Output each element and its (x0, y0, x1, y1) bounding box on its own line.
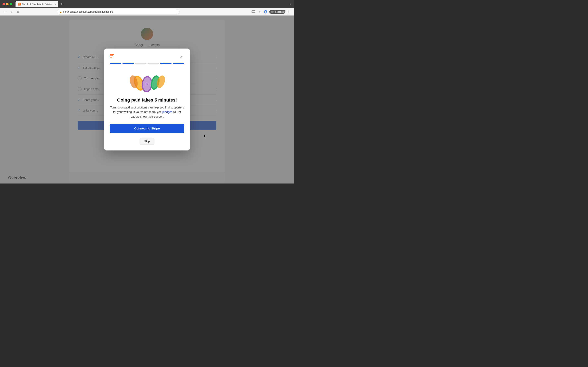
progress-dot (122, 63, 134, 64)
modal-header: × (110, 54, 184, 60)
address-bar: ‹ › ↻ 🔒 sarahjonas1.substack.com/publish… (0, 8, 294, 16)
incognito-badge: Incognito (269, 10, 285, 14)
coins-svg: F (127, 70, 167, 92)
skip-button[interactable]: Skip (140, 138, 154, 145)
modal-description: Turning on paid subscriptions can help y… (110, 105, 184, 119)
progress-dot (148, 63, 159, 64)
forward-button[interactable]: › (9, 9, 14, 14)
profile-icon[interactable] (263, 9, 268, 14)
coins-illustration: F (110, 69, 184, 93)
url-bar[interactable]: 🔒 sarahjonas1.substack.com/publish/dashb… (57, 9, 180, 15)
svg-point-6 (265, 11, 266, 12)
progress-dot (160, 63, 172, 64)
url-text: sarahjonas1.substack.com/publish/dashboa… (63, 10, 113, 13)
browser-actions: ☆ Incognito ⋮ (251, 9, 292, 14)
progress-dot (110, 63, 121, 64)
tab-bar: Substack Dashboard - Sarah's × + (16, 1, 288, 7)
svg-point-7 (271, 11, 274, 13)
active-tab[interactable]: Substack Dashboard - Sarah's × (16, 1, 58, 7)
svg-text:F: F (145, 82, 148, 86)
svg-rect-1 (18, 3, 20, 4)
svg-rect-4 (252, 11, 255, 13)
progress-dot (135, 63, 146, 64)
progress-bar (110, 63, 184, 64)
logo-line-3 (110, 57, 112, 58)
traffic-lights (2, 3, 12, 5)
modal-title: Going paid takes 5 minutes! (110, 98, 184, 103)
bookmark-icon[interactable]: ☆ (257, 9, 262, 14)
svg-point-9 (273, 12, 273, 12)
pledges-link[interactable]: pledges (162, 110, 172, 114)
modal-desc-prefix: Turning on paid subscriptions can help y… (110, 106, 184, 114)
progress-dot (173, 63, 184, 64)
browser-titlebar: Substack Dashboard - Sarah's × + ▾ (0, 0, 294, 8)
cast-icon[interactable] (251, 9, 256, 14)
menu-icon[interactable]: ⋮ (287, 9, 292, 14)
going-paid-modal: × F (104, 49, 190, 150)
svg-rect-3 (18, 5, 20, 5)
reload-button[interactable]: ↻ (16, 9, 20, 14)
tab-favicon (18, 3, 21, 6)
connect-to-stripe-button[interactable]: Connect to Stripe (110, 124, 184, 133)
logo-line-2 (110, 55, 113, 56)
incognito-label: Incognito (275, 11, 284, 13)
maximize-window-button[interactable] (10, 3, 12, 5)
security-lock-icon: 🔒 (59, 11, 62, 13)
svg-point-8 (272, 12, 272, 12)
tab-title: Substack Dashboard - Sarah's (22, 3, 52, 5)
back-button[interactable]: ‹ (2, 9, 7, 14)
minimize-window-button[interactable] (6, 3, 9, 5)
mouse-cursor (204, 134, 208, 139)
logo-line-1 (110, 54, 114, 55)
modal-footer: Skip (110, 138, 184, 145)
new-tab-button[interactable]: + (59, 2, 64, 7)
close-window-button[interactable] (2, 3, 5, 5)
modal-overlay: × F (0, 16, 294, 184)
svg-rect-2 (18, 4, 20, 4)
modal-close-button[interactable]: × (178, 54, 184, 60)
substack-logo (110, 54, 114, 58)
page-content: Congr... ...uccess ✓ Create a S... › ✓ S… (0, 16, 294, 184)
extend-tabs-button[interactable]: ▾ (290, 2, 292, 6)
tab-close-button[interactable]: × (54, 3, 56, 5)
